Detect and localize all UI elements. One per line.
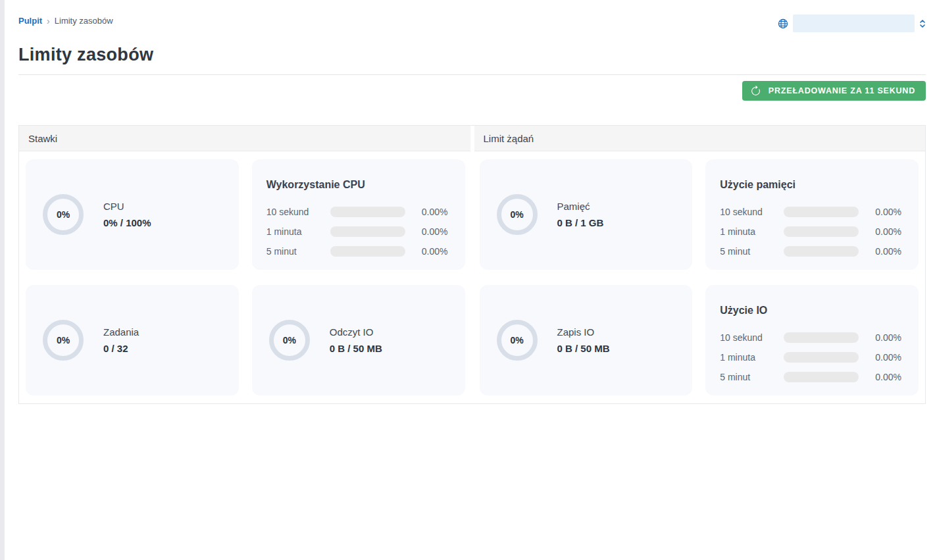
column-header-limit-zadan: Limit żądań: [474, 126, 926, 151]
usage-progress-bar: [330, 226, 405, 237]
usage-title: Użycie pamięci: [720, 179, 901, 191]
column-stawki: 0% CPU 0% / 100% Wykorzystanie CPU 10 se…: [26, 159, 465, 395]
stat-text: CPU 0% / 100%: [103, 201, 151, 228]
usage-row-value: 0.00%: [875, 207, 901, 217]
column-header-stawki: Stawki: [19, 126, 470, 151]
language-selector[interactable]: [778, 14, 926, 32]
stat-card-zapis-io: 0% Zapis IO 0 B / 50 MB: [480, 285, 693, 395]
usage-row-label: 1 minuta: [720, 352, 784, 363]
stat-label: Odczyt IO: [330, 326, 382, 338]
stat-text: Zadania 0 / 32: [103, 326, 139, 354]
usage-row-value: 0.00%: [875, 246, 901, 257]
breadcrumb-current: Limity zasobów: [55, 16, 113, 26]
usage-row: 5 minut 0.00%: [266, 246, 448, 257]
usage-row-value: 0.00%: [422, 246, 448, 257]
stat-value: 0 / 32: [103, 343, 139, 354]
percent-value: 0%: [283, 335, 296, 345]
percent-ring: 0%: [43, 320, 84, 361]
usage-row: 1 minuta 0.00%: [720, 226, 901, 237]
stat-value: 0 B / 50 MB: [557, 343, 610, 354]
usage-row-label: 10 sekund: [266, 207, 330, 217]
usage-title: Wykorzystanie CPU: [266, 179, 448, 191]
usage-progress-bar: [784, 207, 859, 217]
stat-value: 0 B / 1 GB: [557, 217, 604, 228]
panel-body: 0% CPU 0% / 100% Wykorzystanie CPU 10 se…: [19, 151, 925, 403]
percent-value: 0%: [57, 209, 70, 220]
language-selector-value-redacted[interactable]: [793, 14, 915, 32]
usage-title: Użycie IO: [720, 305, 901, 317]
stat-text: Pamięć 0 B / 1 GB: [557, 201, 604, 228]
stat-label: Pamięć: [557, 201, 604, 212]
percent-value: 0%: [57, 335, 70, 345]
percent-ring: 0%: [497, 320, 538, 361]
refresh-icon: [750, 86, 761, 97]
usage-row-label: 1 minuta: [720, 226, 784, 237]
usage-row: 5 minut 0.00%: [720, 246, 901, 257]
stat-label: CPU: [103, 201, 151, 212]
stat-value: 0% / 100%: [103, 217, 151, 228]
usage-row-label: 5 minut: [720, 246, 784, 257]
usage-row: 1 minuta 0.00%: [266, 226, 448, 237]
stat-value: 0 B / 50 MB: [330, 343, 382, 354]
usage-row-label: 10 sekund: [720, 207, 784, 217]
page-title: Limity zasobów: [18, 45, 926, 65]
stat-label: Zapis IO: [557, 326, 610, 338]
reload-button-label: PRZEŁADOWANIE ZA 11 SEKUND: [769, 86, 915, 95]
stat-card-pamiec: 0% Pamięć 0 B / 1 GB: [480, 159, 693, 270]
globe-icon: [778, 18, 788, 29]
usage-row-value: 0.00%: [875, 332, 901, 343]
usage-progress-bar: [784, 332, 859, 343]
usage-row-label: 1 minuta: [266, 226, 330, 237]
usage-row-value: 0.00%: [875, 352, 901, 363]
usage-row-value: 0.00%: [422, 207, 448, 217]
usage-row: 1 minuta 0.00%: [720, 352, 901, 363]
stat-card-zadania: 0% Zadania 0 / 32: [26, 285, 239, 395]
percent-value: 0%: [510, 209, 523, 220]
usage-progress-bar: [784, 352, 859, 363]
usage-progress-bar: [330, 207, 405, 217]
stat-label: Zadania: [103, 326, 139, 338]
panel-header: Stawki Limit żądań: [19, 126, 925, 151]
main-content: Pulpit › Limity zasobów: [5, 0, 935, 404]
title-divider: [18, 74, 926, 75]
usage-card-io: Użycie IO 10 sekund 0.00% 1 minuta 0.00%…: [705, 285, 919, 395]
percent-value: 0%: [510, 335, 523, 345]
column-limit-zadan: 0% Pamięć 0 B / 1 GB Użycie pamięci 10 s…: [480, 159, 919, 395]
usage-row: 10 sekund 0.00%: [720, 207, 901, 217]
toolbar: PRZEŁADOWANIE ZA 11 SEKUND: [18, 81, 926, 101]
usage-row-value: 0.00%: [875, 372, 901, 382]
limits-panel: Stawki Limit żądań 0% CPU 0% / 100% Wyko…: [18, 125, 926, 404]
breadcrumb-separator: ›: [47, 16, 50, 26]
usage-card-cpu: Wykorzystanie CPU 10 sekund 0.00% 1 minu…: [252, 159, 465, 270]
usage-row: 5 minut 0.00%: [720, 372, 901, 382]
reload-countdown-button[interactable]: PRZEŁADOWANIE ZA 11 SEKUND: [742, 81, 926, 101]
percent-ring: 0%: [43, 194, 84, 235]
stat-card-odczyt-io: 0% Odczyt IO 0 B / 50 MB: [252, 285, 465, 395]
stat-text: Zapis IO 0 B / 50 MB: [557, 326, 610, 354]
stat-text: Odczyt IO 0 B / 50 MB: [330, 326, 382, 354]
percent-ring: 0%: [269, 320, 310, 361]
usage-row: 10 sekund 0.00%: [266, 207, 448, 217]
usage-card-pamiec: Użycie pamięci 10 sekund 0.00% 1 minuta …: [705, 159, 919, 270]
breadcrumb: Pulpit › Limity zasobów: [18, 14, 113, 26]
usage-progress-bar: [784, 226, 859, 237]
usage-row-value: 0.00%: [875, 226, 901, 237]
chevron-updown-icon: [919, 18, 926, 29]
usage-row: 10 sekund 0.00%: [720, 332, 901, 343]
breadcrumb-home-link[interactable]: Pulpit: [18, 16, 42, 26]
topbar: Pulpit › Limity zasobów: [18, 0, 926, 32]
usage-row-label: 5 minut: [266, 246, 330, 257]
usage-progress-bar: [784, 372, 859, 382]
usage-row-value: 0.00%: [422, 226, 448, 237]
usage-row-label: 5 minut: [720, 372, 784, 382]
percent-ring: 0%: [497, 194, 538, 235]
stat-card-cpu: 0% CPU 0% / 100%: [26, 159, 239, 270]
collapsed-sidebar-edge: [0, 0, 5, 560]
usage-row-label: 10 sekund: [720, 332, 784, 343]
usage-progress-bar: [784, 246, 859, 257]
usage-progress-bar: [330, 246, 405, 257]
